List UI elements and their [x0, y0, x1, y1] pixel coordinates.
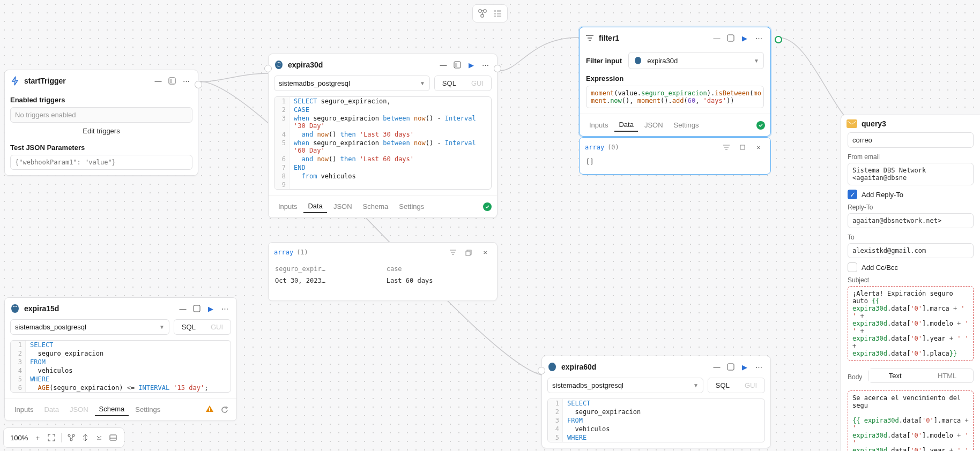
input-port[interactable]	[538, 367, 545, 374]
node-query3[interactable]: query3 correo From email Sistema DBS Net…	[841, 115, 980, 451]
mode-toggle[interactable]: SQL GUI	[434, 76, 492, 91]
tab-json[interactable]: JSON	[65, 403, 93, 416]
subject-input[interactable]: ¡Alerta! Expiración seguro auto {{expira…	[848, 286, 974, 361]
gui-mode-button[interactable]: GUI	[464, 76, 491, 91]
close-icon[interactable]: ✕	[752, 141, 765, 154]
node-expira60d[interactable]: expira60d — ▶ ⋯ sistemadbs_postgresql ▼ …	[541, 356, 771, 448]
panel-icon[interactable]	[107, 431, 120, 444]
sql-editor[interactable]: 1SELECT2 seguro_expiracion3FROM4 vehicul…	[10, 340, 231, 393]
node-expira30d[interactable]: expira30d — ▶ ⋯ sistemadbs_postgresql ▼ …	[268, 54, 498, 218]
fullscreen-icon[interactable]	[45, 431, 58, 444]
col-header: seguro_expir…	[275, 263, 387, 275]
tab-data[interactable]: Data	[303, 200, 326, 213]
node-start-trigger[interactable]: startTrigger — ⋯ Enabled triggers No tri…	[4, 70, 198, 176]
expression-input[interactable]: moment(value.seguro_expiracion).isBetwee…	[586, 86, 764, 108]
run-icon[interactable]: ▶	[738, 32, 751, 44]
canvas-view-toggle[interactable]	[472, 4, 508, 22]
filter-input-select[interactable]: expira30d ▼	[628, 52, 764, 69]
postgres-icon	[10, 304, 20, 313]
tab-inputs[interactable]: Inputs	[585, 119, 612, 131]
sql-mode-button[interactable]: SQL	[708, 378, 737, 393]
minimize-icon[interactable]: —	[437, 58, 450, 71]
more-icon[interactable]: ⋯	[752, 32, 765, 44]
output-port[interactable]	[494, 65, 501, 72]
node-filter1[interactable]: filter1 — ▶ ⋯ Filter input expira30d ▼ E…	[579, 27, 771, 137]
minimize-icon[interactable]: —	[152, 74, 165, 87]
tab-inputs[interactable]: Inputs	[10, 403, 38, 416]
expand-icon[interactable]	[190, 302, 203, 315]
tab-data[interactable]: Data	[614, 118, 637, 132]
popout-icon[interactable]	[736, 141, 749, 154]
text-mode-button[interactable]: Text	[869, 369, 921, 382]
more-icon[interactable]: ⋯	[479, 58, 492, 71]
tab-data[interactable]: Data	[40, 403, 63, 416]
body-type-toggle[interactable]: Text HTML	[868, 369, 974, 383]
align-icon[interactable]	[79, 431, 92, 444]
workflow-view-icon[interactable]	[476, 7, 489, 20]
collapse-icon[interactable]	[93, 431, 106, 444]
input-port[interactable]	[264, 65, 272, 72]
list-view-icon[interactable]	[491, 7, 504, 20]
mode-toggle[interactable]: SQL GUI	[174, 319, 231, 335]
sql-editor[interactable]: 1SELECT seguro_expiracion,2CASE3when seg…	[274, 96, 492, 190]
expand-icon[interactable]	[166, 74, 179, 87]
add-cc-checkbox[interactable]	[848, 262, 857, 272]
gui-mode-button[interactable]: GUI	[203, 320, 231, 334]
expand-icon[interactable]	[724, 32, 737, 44]
more-icon[interactable]: ⋯	[218, 302, 231, 315]
layout-icon[interactable]	[65, 431, 78, 444]
more-icon[interactable]: ⋯	[180, 74, 192, 87]
sql-mode-button[interactable]: SQL	[435, 76, 464, 91]
sql-mode-button[interactable]: SQL	[174, 320, 203, 334]
minimize-icon[interactable]: —	[176, 302, 189, 315]
tab-settings[interactable]: Settings	[670, 119, 703, 131]
to-input[interactable]: alexistkd@gmail.com	[848, 243, 974, 258]
test-params-input[interactable]	[10, 155, 192, 170]
close-icon[interactable]: ✕	[479, 246, 492, 259]
tab-settings[interactable]: Settings	[131, 403, 165, 416]
output-port[interactable]	[195, 81, 202, 88]
filter-icon[interactable]	[720, 141, 733, 154]
gui-mode-button[interactable]: GUI	[737, 378, 764, 393]
minimize-icon[interactable]: —	[710, 32, 723, 44]
add-reply-checkbox[interactable]: ✓	[848, 190, 857, 199]
filter-icon	[585, 33, 595, 43]
svg-rect-10	[170, 79, 172, 83]
reply-input[interactable]: agaitan@dbsnetwork.net>	[848, 213, 974, 228]
tab-settings[interactable]: Settings	[395, 200, 428, 213]
output-port[interactable]	[775, 36, 782, 43]
resource-select[interactable]: sistemadbs_postgresql ▼	[274, 76, 430, 91]
postgres-icon	[633, 56, 643, 65]
tab-schema[interactable]: Schema	[95, 403, 129, 416]
result-type: array	[274, 249, 293, 256]
tab-json[interactable]: JSON	[640, 119, 667, 131]
run-icon[interactable]: ▶	[204, 302, 217, 315]
minimize-icon[interactable]: —	[710, 360, 723, 373]
status-warn-icon	[205, 404, 214, 415]
edit-triggers-button[interactable]: Edit triggers	[10, 123, 192, 139]
run-icon[interactable]: ▶	[738, 360, 751, 373]
mode-toggle[interactable]: SQL GUI	[708, 378, 765, 393]
tab-json[interactable]: JSON	[329, 200, 357, 213]
refresh-icon[interactable]	[218, 403, 231, 416]
popout-icon[interactable]	[463, 246, 476, 259]
filter-input-value: expira30d	[647, 57, 749, 65]
result-body: []	[580, 157, 770, 172]
expand-icon[interactable]	[451, 58, 464, 71]
resource-select[interactable]: sistemadbs_postgresql ▼	[547, 378, 703, 393]
node-expira15d[interactable]: expira15d — ▶ ⋯ sistemadbs_postgresql ▼ …	[4, 297, 237, 421]
tab-schema[interactable]: Schema	[359, 200, 393, 213]
html-mode-button[interactable]: HTML	[921, 369, 973, 382]
from-input[interactable]: Sistema DBS Network <agaitan@dbsne	[848, 163, 974, 185]
run-icon[interactable]: ▶	[465, 58, 478, 71]
svg-point-21	[635, 57, 641, 64]
more-icon[interactable]: ⋯	[752, 360, 765, 373]
body-input[interactable]: Se acerca el vencimiento del segu{{ expi…	[848, 390, 974, 451]
filter-icon[interactable]	[447, 246, 459, 259]
zoom-in-icon[interactable]: +	[31, 431, 44, 444]
tab-inputs[interactable]: Inputs	[274, 200, 301, 213]
sql-editor[interactable]: 1SELECT2 seguro_expiracion3FROM4 vehicul…	[547, 399, 765, 442]
action-field[interactable]: correo	[848, 132, 974, 148]
resource-select[interactable]: sistemadbs_postgresql ▼	[10, 319, 169, 335]
expand-icon[interactable]	[724, 360, 737, 373]
